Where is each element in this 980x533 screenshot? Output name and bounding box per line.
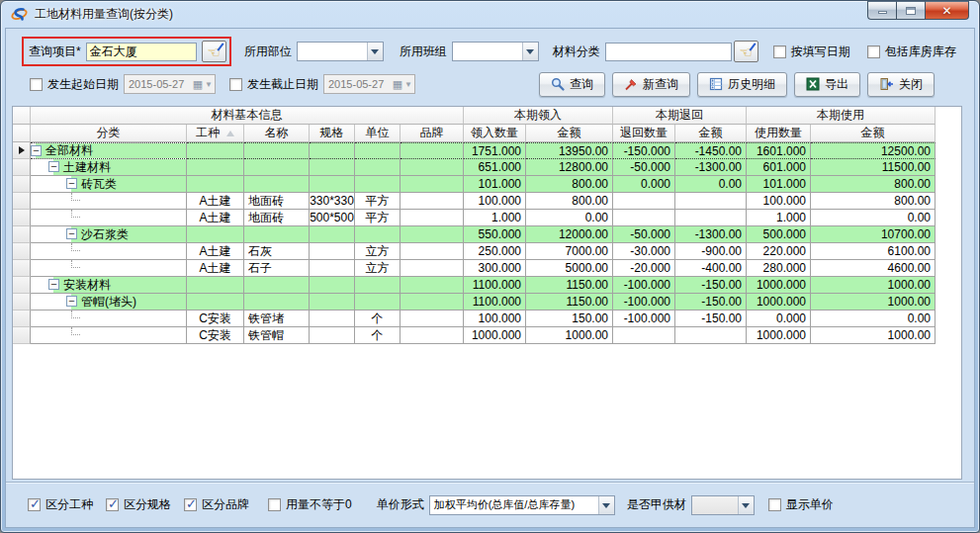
cell-value[interactable]: 100.000 [464,193,526,210]
cell-value[interactable]: -150.00 [675,294,747,311]
cell-value[interactable]: 13950.00 [526,142,613,159]
cell-brand[interactable] [401,243,464,260]
cell-spec[interactable] [310,142,355,159]
cell-value[interactable]: 1751.000 [464,142,526,159]
cell-value[interactable]: 101.000 [464,176,526,193]
cell-brand[interactable] [401,210,464,226]
column-header[interactable]: 金额 [811,125,935,142]
cell-value[interactable]: 0.00 [675,176,747,193]
column-header[interactable]: 领入数量 [464,125,526,142]
cell-value[interactable]: -1300.00 [675,226,747,243]
category-tree-cell[interactable] [31,210,187,226]
cell-value[interactable] [675,327,747,344]
cell-spec[interactable] [310,277,355,294]
column-header[interactable]: 单位 [355,125,401,142]
cell-value[interactable]: 1000.00 [526,327,613,344]
end-date-field[interactable]: 2015-05-27 ▦ ▼ [323,74,415,94]
cell-value[interactable] [613,210,675,226]
cell-value[interactable]: -100.000 [613,311,675,327]
cell-brand[interactable] [401,311,464,327]
cell-name[interactable] [244,159,310,176]
cell-value[interactable]: 280.000 [747,260,811,277]
cell-value[interactable]: 300.000 [464,260,526,277]
distinguish-brand-checkbox[interactable] [184,498,197,511]
tree-collapse-icon[interactable]: − [48,161,59,172]
cell-unit[interactable] [355,159,401,176]
cell-value[interactable]: 0.00 [811,311,935,327]
tree-collapse-icon[interactable]: − [66,296,77,307]
row-indicator[interactable] [13,176,31,193]
unit-price-form-select[interactable]: 加权平均价(总库值/总库存量) [429,495,615,515]
cell-value[interactable]: 0.00 [811,210,935,226]
cell-unit[interactable] [355,277,401,294]
cell-spec[interactable] [310,226,355,243]
category-tree-cell[interactable] [31,260,187,277]
row-indicator[interactable] [13,294,31,311]
cell-value[interactable]: 1150.00 [526,294,613,311]
cell-value[interactable]: -900.00 [675,243,747,260]
cell-value[interactable]: 250.000 [464,243,526,260]
cell-value[interactable]: -1450.00 [675,142,747,159]
category-tree-cell[interactable] [31,243,187,260]
cell-value[interactable]: 1601.000 [747,142,811,159]
cell-unit[interactable] [355,226,401,243]
cell-spec[interactable] [310,294,355,311]
cell-spec[interactable] [310,311,355,327]
chevron-down-icon[interactable] [598,496,614,514]
cell-value[interactable]: 800.00 [526,193,613,210]
cell-value[interactable]: 1000.00 [811,327,935,344]
row-indicator[interactable] [13,243,31,260]
minimize-button[interactable] [867,1,896,20]
query-project-picker-button[interactable]: ☜ [202,41,226,62]
cell-value[interactable]: 800.00 [811,193,935,210]
cell-value[interactable]: 651.000 [464,159,526,176]
category-tree-cell[interactable]: 土建材料− [31,159,187,176]
category-tree-cell[interactable] [31,193,187,210]
owner-supplied-select[interactable] [691,495,755,515]
cell-spec[interactable] [310,176,355,193]
cell-value[interactable]: 10700.00 [811,226,935,243]
column-group-header[interactable]: 本期退回 [613,107,747,125]
cell-value[interactable]: -30.000 [613,243,675,260]
material-category-picker-button[interactable]: ☜ [734,41,758,62]
cell-trade[interactable] [187,176,244,193]
cell-value[interactable]: -1300.00 [675,159,747,176]
column-header[interactable]: 金额 [526,125,613,142]
cell-trade[interactable] [187,159,244,176]
include-warehouse-stock-checkbox[interactable] [867,45,880,58]
cell-value[interactable] [613,193,675,210]
cell-value[interactable]: 100.000 [464,311,526,327]
cell-value[interactable]: -150.00 [675,311,747,327]
tree-collapse-icon[interactable]: − [66,228,77,239]
maximize-button[interactable] [896,1,925,20]
cell-trade[interactable] [187,294,244,311]
cell-unit[interactable] [355,176,401,193]
cell-spec[interactable] [310,260,355,277]
cell-trade[interactable] [187,142,244,159]
show-unit-price-checkbox[interactable] [768,498,781,511]
start-date-checkbox[interactable] [30,78,43,91]
cell-unit[interactable]: 个 [355,311,401,327]
cell-brand[interactable] [401,277,464,294]
cell-trade[interactable]: A土建 [187,243,244,260]
category-tree-cell[interactable]: 砖瓦类− [31,176,187,193]
distinguish-spec-checkbox[interactable] [106,498,119,511]
cell-value[interactable]: 550.000 [464,226,526,243]
tree-collapse-icon[interactable]: − [31,145,42,156]
chevron-down-icon[interactable] [738,496,754,514]
cell-value[interactable]: 1000.000 [747,294,811,311]
cell-value[interactable]: 1000.000 [747,327,811,344]
cell-value[interactable]: 100.000 [747,193,811,210]
cell-unit[interactable]: 平方 [355,193,401,210]
cell-unit[interactable]: 立方 [355,260,401,277]
row-indicator[interactable] [13,210,31,226]
cell-value[interactable]: -100.000 [613,277,675,294]
cell-name[interactable]: 石子 [244,260,310,277]
cell-name[interactable] [244,277,310,294]
cell-value[interactable]: 0.000 [747,311,811,327]
cell-value[interactable]: 800.00 [526,176,613,193]
cell-brand[interactable] [401,260,464,277]
cell-value[interactable]: 220.000 [747,243,811,260]
new-query-button[interactable]: 新查询 [612,72,690,97]
cell-unit[interactable]: 立方 [355,243,401,260]
